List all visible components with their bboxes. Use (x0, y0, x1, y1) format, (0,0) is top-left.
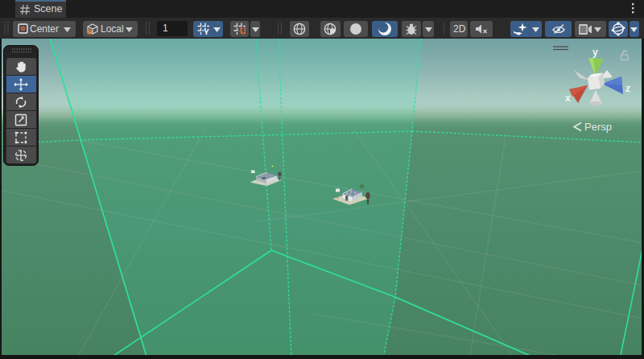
svg-text:z: z (625, 83, 630, 94)
svg-text:Y: Y (204, 28, 209, 35)
svg-text:Persp: Persp (584, 121, 612, 133)
svg-text:x: x (565, 93, 571, 104)
svg-text:y: y (592, 47, 598, 58)
